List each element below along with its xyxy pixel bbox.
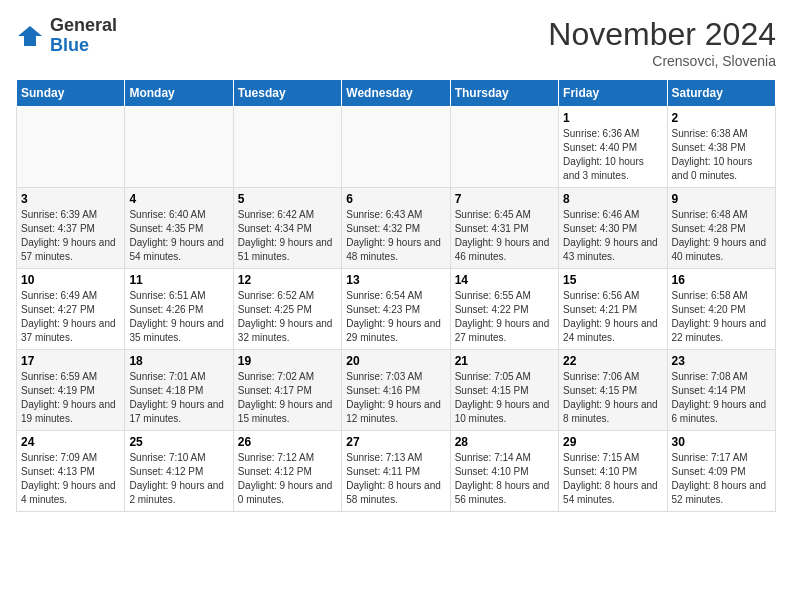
calendar-week-5: 24Sunrise: 7:09 AMSunset: 4:13 PMDayligh…: [17, 431, 776, 512]
day-number: 20: [346, 354, 445, 368]
day-info: Sunrise: 7:01 AMSunset: 4:18 PMDaylight:…: [129, 370, 228, 426]
logo: General Blue: [16, 16, 117, 56]
day-number: 22: [563, 354, 662, 368]
day-number: 3: [21, 192, 120, 206]
day-info: Sunrise: 6:51 AMSunset: 4:26 PMDaylight:…: [129, 289, 228, 345]
day-number: 18: [129, 354, 228, 368]
day-number: 4: [129, 192, 228, 206]
calendar-day-empty-0: [17, 107, 125, 188]
day-number: 21: [455, 354, 554, 368]
day-number: 7: [455, 192, 554, 206]
calendar-day-11: 11Sunrise: 6:51 AMSunset: 4:26 PMDayligh…: [125, 269, 233, 350]
day-info: Sunrise: 6:48 AMSunset: 4:28 PMDaylight:…: [672, 208, 771, 264]
calendar-day-7: 7Sunrise: 6:45 AMSunset: 4:31 PMDaylight…: [450, 188, 558, 269]
svg-marker-0: [18, 26, 42, 46]
column-header-monday: Monday: [125, 80, 233, 107]
day-number: 16: [672, 273, 771, 287]
day-info: Sunrise: 7:06 AMSunset: 4:15 PMDaylight:…: [563, 370, 662, 426]
day-info: Sunrise: 7:17 AMSunset: 4:09 PMDaylight:…: [672, 451, 771, 507]
day-info: Sunrise: 7:08 AMSunset: 4:14 PMDaylight:…: [672, 370, 771, 426]
day-info: Sunrise: 6:49 AMSunset: 4:27 PMDaylight:…: [21, 289, 120, 345]
day-info: Sunrise: 6:54 AMSunset: 4:23 PMDaylight:…: [346, 289, 445, 345]
day-number: 9: [672, 192, 771, 206]
day-number: 23: [672, 354, 771, 368]
calendar-week-1: 1Sunrise: 6:36 AMSunset: 4:40 PMDaylight…: [17, 107, 776, 188]
day-number: 10: [21, 273, 120, 287]
day-number: 19: [238, 354, 337, 368]
column-header-friday: Friday: [559, 80, 667, 107]
calendar-day-1: 1Sunrise: 6:36 AMSunset: 4:40 PMDaylight…: [559, 107, 667, 188]
calendar-day-3: 3Sunrise: 6:39 AMSunset: 4:37 PMDaylight…: [17, 188, 125, 269]
calendar-day-empty-4: [450, 107, 558, 188]
calendar-day-14: 14Sunrise: 6:55 AMSunset: 4:22 PMDayligh…: [450, 269, 558, 350]
page-header: General Blue November 2024 Crensovci, Sl…: [16, 16, 776, 69]
logo-icon: [16, 22, 44, 50]
day-info: Sunrise: 6:56 AMSunset: 4:21 PMDaylight:…: [563, 289, 662, 345]
calendar-week-2: 3Sunrise: 6:39 AMSunset: 4:37 PMDaylight…: [17, 188, 776, 269]
calendar-day-25: 25Sunrise: 7:10 AMSunset: 4:12 PMDayligh…: [125, 431, 233, 512]
day-info: Sunrise: 6:36 AMSunset: 4:40 PMDaylight:…: [563, 127, 662, 183]
day-number: 25: [129, 435, 228, 449]
day-info: Sunrise: 6:43 AMSunset: 4:32 PMDaylight:…: [346, 208, 445, 264]
calendar-day-18: 18Sunrise: 7:01 AMSunset: 4:18 PMDayligh…: [125, 350, 233, 431]
calendar-day-27: 27Sunrise: 7:13 AMSunset: 4:11 PMDayligh…: [342, 431, 450, 512]
day-number: 8: [563, 192, 662, 206]
day-number: 30: [672, 435, 771, 449]
column-header-sunday: Sunday: [17, 80, 125, 107]
day-info: Sunrise: 7:09 AMSunset: 4:13 PMDaylight:…: [21, 451, 120, 507]
day-info: Sunrise: 6:46 AMSunset: 4:30 PMDaylight:…: [563, 208, 662, 264]
day-info: Sunrise: 7:14 AMSunset: 4:10 PMDaylight:…: [455, 451, 554, 507]
column-header-tuesday: Tuesday: [233, 80, 341, 107]
day-info: Sunrise: 7:13 AMSunset: 4:11 PMDaylight:…: [346, 451, 445, 507]
day-info: Sunrise: 7:15 AMSunset: 4:10 PMDaylight:…: [563, 451, 662, 507]
calendar-day-6: 6Sunrise: 6:43 AMSunset: 4:32 PMDaylight…: [342, 188, 450, 269]
column-header-saturday: Saturday: [667, 80, 775, 107]
day-number: 27: [346, 435, 445, 449]
day-info: Sunrise: 7:03 AMSunset: 4:16 PMDaylight:…: [346, 370, 445, 426]
calendar-day-22: 22Sunrise: 7:06 AMSunset: 4:15 PMDayligh…: [559, 350, 667, 431]
calendar-day-29: 29Sunrise: 7:15 AMSunset: 4:10 PMDayligh…: [559, 431, 667, 512]
day-number: 1: [563, 111, 662, 125]
day-info: Sunrise: 7:12 AMSunset: 4:12 PMDaylight:…: [238, 451, 337, 507]
day-info: Sunrise: 6:55 AMSunset: 4:22 PMDaylight:…: [455, 289, 554, 345]
calendar-day-24: 24Sunrise: 7:09 AMSunset: 4:13 PMDayligh…: [17, 431, 125, 512]
calendar-day-empty-2: [233, 107, 341, 188]
day-number: 28: [455, 435, 554, 449]
day-number: 5: [238, 192, 337, 206]
day-number: 6: [346, 192, 445, 206]
day-number: 24: [21, 435, 120, 449]
calendar-day-20: 20Sunrise: 7:03 AMSunset: 4:16 PMDayligh…: [342, 350, 450, 431]
month-title: November 2024: [548, 16, 776, 53]
calendar-day-28: 28Sunrise: 7:14 AMSunset: 4:10 PMDayligh…: [450, 431, 558, 512]
calendar-day-empty-3: [342, 107, 450, 188]
calendar-week-3: 10Sunrise: 6:49 AMSunset: 4:27 PMDayligh…: [17, 269, 776, 350]
calendar-week-4: 17Sunrise: 6:59 AMSunset: 4:19 PMDayligh…: [17, 350, 776, 431]
calendar-table: SundayMondayTuesdayWednesdayThursdayFrid…: [16, 79, 776, 512]
day-info: Sunrise: 6:59 AMSunset: 4:19 PMDaylight:…: [21, 370, 120, 426]
calendar-day-12: 12Sunrise: 6:52 AMSunset: 4:25 PMDayligh…: [233, 269, 341, 350]
calendar-day-17: 17Sunrise: 6:59 AMSunset: 4:19 PMDayligh…: [17, 350, 125, 431]
day-number: 26: [238, 435, 337, 449]
day-number: 29: [563, 435, 662, 449]
logo-general: General: [50, 16, 117, 36]
calendar-day-9: 9Sunrise: 6:48 AMSunset: 4:28 PMDaylight…: [667, 188, 775, 269]
column-header-wednesday: Wednesday: [342, 80, 450, 107]
day-info: Sunrise: 6:38 AMSunset: 4:38 PMDaylight:…: [672, 127, 771, 183]
calendar-day-30: 30Sunrise: 7:17 AMSunset: 4:09 PMDayligh…: [667, 431, 775, 512]
day-number: 14: [455, 273, 554, 287]
day-info: Sunrise: 6:52 AMSunset: 4:25 PMDaylight:…: [238, 289, 337, 345]
calendar-day-16: 16Sunrise: 6:58 AMSunset: 4:20 PMDayligh…: [667, 269, 775, 350]
day-number: 17: [21, 354, 120, 368]
calendar-day-19: 19Sunrise: 7:02 AMSunset: 4:17 PMDayligh…: [233, 350, 341, 431]
calendar-day-8: 8Sunrise: 6:46 AMSunset: 4:30 PMDaylight…: [559, 188, 667, 269]
day-info: Sunrise: 6:40 AMSunset: 4:35 PMDaylight:…: [129, 208, 228, 264]
location: Crensovci, Slovenia: [548, 53, 776, 69]
day-number: 15: [563, 273, 662, 287]
calendar-day-26: 26Sunrise: 7:12 AMSunset: 4:12 PMDayligh…: [233, 431, 341, 512]
day-number: 2: [672, 111, 771, 125]
calendar-day-2: 2Sunrise: 6:38 AMSunset: 4:38 PMDaylight…: [667, 107, 775, 188]
calendar-day-4: 4Sunrise: 6:40 AMSunset: 4:35 PMDaylight…: [125, 188, 233, 269]
day-info: Sunrise: 6:45 AMSunset: 4:31 PMDaylight:…: [455, 208, 554, 264]
column-header-thursday: Thursday: [450, 80, 558, 107]
day-number: 12: [238, 273, 337, 287]
